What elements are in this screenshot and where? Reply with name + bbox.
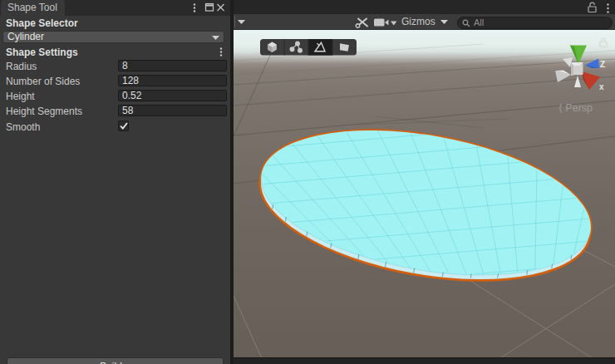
svg-text:x: x (599, 82, 604, 91)
svg-text:⟨ Persp: ⟨ Persp (558, 102, 593, 114)
svg-text:Z: Z (600, 60, 605, 69)
